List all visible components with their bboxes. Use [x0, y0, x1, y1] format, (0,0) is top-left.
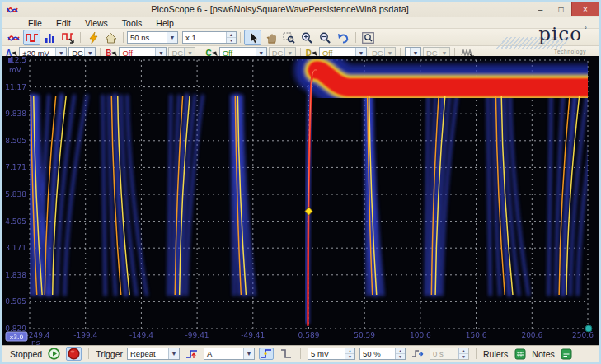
- toolbar-separator: [355, 32, 356, 43]
- svg-text:x3.0: x3.0: [10, 334, 24, 341]
- menu-item-file[interactable]: File: [28, 18, 42, 28]
- persistence-scope-view[interactable]: 12.511.179.8388.5057.1715.8384.5053.1711…: [2, 56, 599, 345]
- persistence-view-button[interactable]: [23, 30, 40, 45]
- spin-down-icon[interactable]: ▼: [227, 37, 236, 43]
- pan-tool-button[interactable]: [262, 30, 279, 45]
- marquee-zoom-icon: [283, 32, 295, 44]
- title-bar: PicoScope 6 - [psw6NoisySquareWavePersis…: [2, 2, 599, 17]
- rising-edge-icon: [261, 348, 272, 359]
- triggered-waveform-icon: [62, 32, 75, 44]
- statusbar-separator: [300, 348, 301, 359]
- trigger-source-value: A: [207, 349, 212, 358]
- samples-spinner[interactable]: x 1 ▲▼: [182, 31, 237, 44]
- delay-arrows-icon: [411, 348, 425, 359]
- y-axis-unit: mV: [9, 66, 22, 74]
- timebase-dropdown[interactable]: 50 ns ▼: [127, 31, 178, 44]
- persistence-waveform-icon: [26, 32, 39, 44]
- zoom-overview-button[interactable]: [359, 30, 377, 45]
- undo-zoom-button[interactable]: [335, 30, 352, 45]
- undo-arrow-icon: [337, 32, 350, 44]
- y-axis-zoom-badge[interactable]: x3.0: [6, 332, 27, 341]
- logo-sub-text: Technology: [554, 49, 586, 54]
- toolbar-separator: [80, 32, 81, 43]
- scope-view-button[interactable]: [5, 30, 22, 45]
- samples-value: x 1: [185, 33, 196, 42]
- menu-item-help[interactable]: Help: [156, 18, 174, 28]
- start-capture-button[interactable]: [46, 347, 62, 362]
- zoom-in-icon: [301, 32, 313, 44]
- edge-trigger-icon: [185, 348, 199, 360]
- pico-logo: pico ˚ Technology: [498, 26, 594, 55]
- svg-text:5.838: 5.838: [5, 190, 26, 198]
- chevron-down-icon[interactable]: ▼: [167, 32, 177, 43]
- window-title: PicoScope 6 - [psw6NoisySquareWavePersis…: [35, 4, 524, 14]
- svg-text:50.59: 50.59: [354, 331, 375, 339]
- trigger-source-dropdown[interactable]: A ▼: [204, 348, 255, 360]
- status-bar: Stopped Trigger Repeat ▼ A: [2, 345, 599, 362]
- trigger-delay-button[interactable]: [410, 347, 425, 362]
- scope-display-area[interactable]: 12.511.179.8388.5057.1715.8384.5053.1711…: [2, 56, 599, 345]
- menu-item-tools[interactable]: Tools: [122, 18, 143, 28]
- logo-brand-text: pico: [538, 23, 582, 44]
- trigger-level-value: 5 mV: [311, 349, 329, 358]
- scope-waveform-icon: [7, 32, 21, 44]
- toolbar-separator: [240, 32, 241, 43]
- capture-state-label: Stopped: [10, 349, 42, 359]
- rising-edge-button[interactable]: [259, 348, 274, 360]
- minimize-button[interactable]: –: [530, 2, 551, 16]
- statusbar-separator: [476, 348, 477, 359]
- rulers-button[interactable]: [512, 347, 528, 362]
- home-button[interactable]: [102, 30, 120, 45]
- zoom-out-tool-button[interactable]: [317, 30, 334, 45]
- rulers-icon: [514, 348, 526, 360]
- spin-down-icon: ▼: [459, 353, 468, 359]
- menu-item-edit[interactable]: Edit: [56, 18, 71, 28]
- advanced-trigger-button[interactable]: [184, 347, 200, 362]
- toolbar-separator: [123, 32, 124, 43]
- trigger-level-spinner[interactable]: 5 mV ▲▼: [308, 348, 355, 360]
- signal-generator-button[interactable]: [84, 30, 101, 45]
- notes-label: Notes: [532, 349, 554, 359]
- svg-text:150.6: 150.6: [466, 331, 487, 339]
- svg-text:0.589: 0.589: [298, 331, 320, 339]
- svg-text:-99.41: -99.41: [185, 331, 209, 339]
- spin-down-icon[interactable]: ▼: [396, 353, 405, 359]
- zoom-selection-tool-button[interactable]: [280, 30, 298, 45]
- spectrum-view-button[interactable]: [41, 30, 59, 45]
- hand-icon: [265, 32, 277, 44]
- pre-trigger-spinner[interactable]: 50 % ▲▼: [359, 348, 406, 360]
- notes-icon: [561, 348, 572, 360]
- notes-button[interactable]: [559, 347, 575, 362]
- svg-text:-49.41: -49.41: [241, 331, 265, 339]
- svg-text:4.505: 4.505: [5, 217, 26, 226]
- close-button[interactable]: ×: [571, 2, 599, 16]
- timebase-value: 50 ns: [130, 33, 149, 42]
- chevron-down-icon[interactable]: ▼: [243, 348, 254, 359]
- x-axis-end-marker[interactable]: [585, 325, 592, 332]
- maximize-button[interactable]: □: [551, 2, 571, 16]
- falling-edge-icon: [280, 348, 292, 359]
- trigger-mode-view-button[interactable]: [59, 30, 77, 45]
- spin-down-icon[interactable]: ▼: [345, 353, 354, 359]
- zoom-window-icon: [362, 32, 374, 44]
- svg-text:7.171: 7.171: [5, 163, 26, 171]
- pre-trigger-value: 50 %: [363, 349, 381, 358]
- pointer-tool-button[interactable]: [244, 30, 261, 45]
- trigger-mode-value: Repeat: [130, 349, 156, 358]
- stop-capture-button[interactable]: [66, 347, 82, 361]
- svg-text:8.505: 8.505: [5, 137, 26, 145]
- logo-trademark: ˚: [585, 26, 587, 35]
- falling-edge-button[interactable]: [278, 347, 293, 362]
- y-axis-top-marker[interactable]: [8, 58, 12, 63]
- trigger-delay-spinner: 0 s ▲▼: [430, 348, 469, 360]
- app-icon: [7, 4, 18, 16]
- chevron-down-icon[interactable]: ▼: [168, 348, 179, 359]
- svg-text:-199.4: -199.4: [73, 331, 97, 339]
- svg-text:200.6: 200.6: [521, 331, 542, 339]
- svg-text:3.171: 3.171: [5, 244, 26, 252]
- trigger-delay-value: 0 s: [433, 349, 444, 358]
- menu-item-views[interactable]: Views: [85, 18, 108, 28]
- trigger-mode-dropdown[interactable]: Repeat ▼: [127, 348, 180, 360]
- zoom-in-tool-button[interactable]: [298, 30, 316, 45]
- zoom-out-icon: [319, 32, 331, 44]
